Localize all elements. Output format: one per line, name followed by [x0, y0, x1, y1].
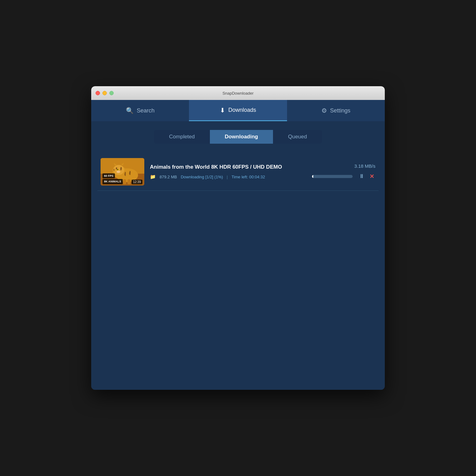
file-size: 879.2 MB: [160, 175, 177, 179]
download-info: Animals from the World 8K HDR 60FPS / UH…: [150, 164, 306, 180]
search-icon: 🔍: [126, 107, 134, 114]
separator: |: [227, 175, 228, 179]
content-area: Completed Downloading Queued: [91, 121, 385, 390]
cancel-button[interactable]: ✕: [368, 172, 375, 181]
pause-button[interactable]: ⏸: [358, 172, 366, 180]
nav-bar: 🔍 Search ⬇ Downloads ⚙ Settings: [91, 100, 385, 121]
download-meta: 📁 879.2 MB Downloading [1/2] (1%) | Time…: [150, 174, 306, 180]
nav-settings[interactable]: ⚙ Settings: [287, 100, 385, 121]
tab-completed[interactable]: Completed: [154, 130, 210, 144]
right-section: 3.18 MB/s ⏸ ✕: [312, 163, 375, 181]
download-title: Animals from the World 8K HDR 60FPS / UH…: [150, 164, 306, 170]
folder-icon: 📁: [150, 174, 156, 180]
controls-row: ⏸ ✕: [312, 172, 375, 181]
download-list: 60 FPS 8K ANIMALS 12:39 Animals from the…: [91, 150, 385, 194]
time-left: Time left: 00:04:32: [231, 175, 265, 179]
progress-bar-fill: [312, 175, 313, 178]
window-title: SnapDownloader: [222, 91, 254, 96]
thumbnail-overlay: 60 FPS 8K ANIMALS 12:39: [101, 172, 144, 186]
download-speed: 3.18 MB/s: [354, 163, 375, 169]
download-icon: ⬇: [220, 107, 225, 114]
app-window: SnapDownloader 🔍 Search ⬇ Downloads ⚙ Se…: [91, 86, 385, 390]
nav-downloads-label: Downloads: [228, 107, 256, 113]
close-button[interactable]: [96, 91, 100, 95]
maximize-button[interactable]: [109, 91, 114, 95]
nav-downloads[interactable]: ⬇ Downloads: [189, 100, 287, 121]
settings-icon: ⚙: [321, 107, 327, 114]
tab-downloading[interactable]: Downloading: [210, 130, 273, 144]
nav-search-label: Search: [137, 107, 155, 114]
download-status: Downloading [1/2] (1%): [181, 175, 223, 179]
svg-point-6: [117, 169, 118, 170]
nav-search[interactable]: 🔍 Search: [91, 100, 189, 121]
table-row: 60 FPS 8K ANIMALS 12:39 Animals from the…: [97, 153, 379, 191]
nav-settings-label: Settings: [330, 107, 350, 114]
progress-bar-container: [312, 175, 353, 178]
minimize-button[interactable]: [102, 91, 107, 95]
sub-tabs: Completed Downloading Queued: [91, 121, 385, 150]
window-controls: [96, 91, 114, 95]
thumbnail-fps-badge: 60 FPS: [102, 173, 115, 179]
tab-queued[interactable]: Queued: [273, 130, 322, 144]
thumbnail-resolution-badge: 8K ANIMALS: [102, 179, 123, 184]
titlebar: SnapDownloader: [91, 86, 385, 100]
thumbnail: 60 FPS 8K ANIMALS 12:39: [101, 158, 144, 186]
thumbnail-duration: 12:39: [131, 180, 142, 184]
